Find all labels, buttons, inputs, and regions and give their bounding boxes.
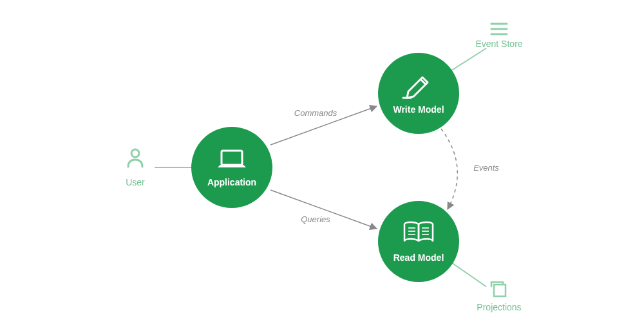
edge-events-label: Events [473,163,499,173]
connector-readmodel-projections [451,262,486,287]
node-write-model: Write Model [378,53,459,134]
external-user-label: User [126,177,145,187]
edge-queries-label: Queries [301,214,330,224]
svg-point-5 [491,28,493,30]
svg-point-6 [491,33,493,35]
connector-writemodel-eventstore [451,48,486,71]
layers-icon [491,282,506,296]
external-projections-label: Projections [477,302,521,312]
svg-point-10 [378,53,459,134]
edge-events [441,129,457,209]
node-read-model: Read Model [378,201,459,282]
external-user: User [126,149,145,187]
node-read-model-label: Read Model [393,252,444,263]
external-event-store-label: Event Store [475,39,522,49]
server-icon [491,23,507,35]
edge-commands-label: Commands [294,108,337,118]
node-application: Application [191,127,272,208]
svg-rect-7 [494,285,506,296]
cqrs-diagram: Commands Queries Events User Event Store… [0,0,644,322]
external-event-store: Event Store [475,23,522,49]
user-icon [128,149,142,167]
svg-point-4 [491,23,493,25]
node-application-label: Application [207,177,256,187]
node-write-model-label: Write Model [393,104,444,115]
external-projections: Projections [477,282,521,312]
svg-point-0 [131,149,139,157]
